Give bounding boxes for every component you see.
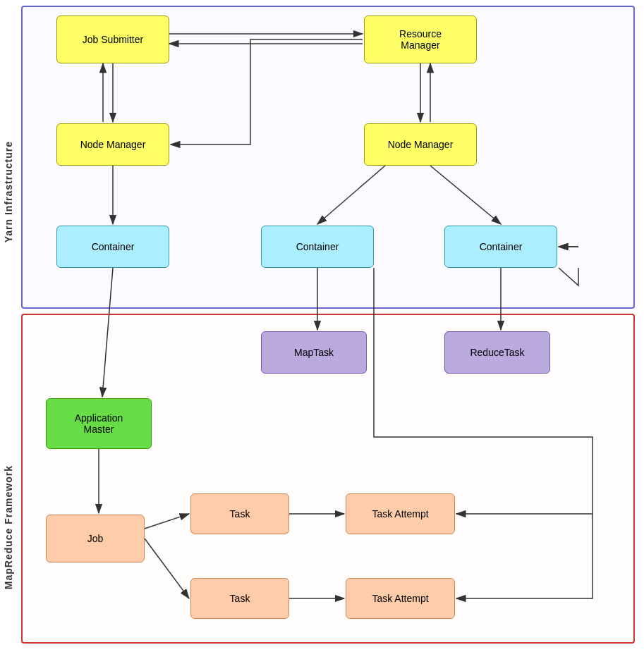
job-node: Job [46, 515, 145, 562]
reduce-task-node: ReduceTask [444, 331, 550, 374]
yarn-label: Yarn Infrastructure [3, 141, 14, 242]
resource-manager-node: Resource Manager [364, 16, 477, 63]
diagram-container: Yarn Infrastructure MapReduce Framework … [0, 0, 644, 652]
container-right-node: Container [444, 226, 557, 268]
node-manager-left-node: Node Manager [56, 123, 169, 166]
container-mid-node: Container [261, 226, 374, 268]
task-attempt1-node: Task Attempt [346, 493, 455, 534]
container-left-node: Container [56, 226, 169, 268]
map-task-node: MapTask [261, 331, 367, 374]
node-manager-right-node: Node Manager [364, 123, 477, 166]
task2-node: Task [190, 578, 289, 619]
task1-node: Task [190, 493, 289, 534]
application-master-node: Application Master [46, 398, 152, 449]
job-submitter-node: Job Submitter [56, 16, 169, 63]
mapreduce-label: MapReduce Framework [3, 465, 14, 589]
task-attempt2-node: Task Attempt [346, 578, 455, 619]
